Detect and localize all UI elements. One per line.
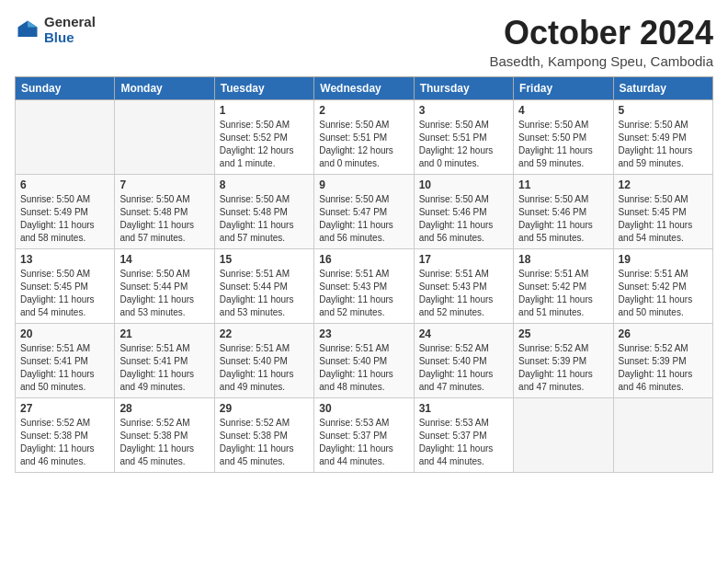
- day-number: 14: [119, 253, 209, 266]
- calendar-cell: [514, 397, 613, 472]
- calendar-cell: 7Sunrise: 5:50 AMSunset: 5:48 PMDaylight…: [115, 174, 214, 248]
- calendar-cell: 18Sunrise: 5:51 AMSunset: 5:42 PMDayligh…: [514, 248, 613, 323]
- week-row-4: 20Sunrise: 5:51 AMSunset: 5:41 PMDayligh…: [16, 323, 713, 397]
- day-detail: Sunrise: 5:52 AMSunset: 5:38 PMDaylight:…: [119, 417, 209, 468]
- day-detail: Sunrise: 5:52 AMSunset: 5:40 PMDaylight:…: [419, 342, 508, 394]
- logo-text: General Blue: [44, 15, 96, 45]
- calendar-cell: 10Sunrise: 5:50 AMSunset: 5:46 PMDayligh…: [414, 174, 513, 248]
- day-number: 10: [419, 178, 508, 191]
- day-number: 12: [619, 178, 708, 191]
- day-number: 31: [419, 402, 508, 415]
- calendar-cell: 8Sunrise: 5:50 AMSunset: 5:48 PMDaylight…: [214, 174, 313, 248]
- calendar-cell: 21Sunrise: 5:51 AMSunset: 5:41 PMDayligh…: [115, 323, 214, 397]
- day-detail: Sunrise: 5:50 AMSunset: 5:51 PMDaylight:…: [419, 119, 508, 170]
- day-number: 20: [20, 327, 109, 340]
- calendar-cell: 22Sunrise: 5:51 AMSunset: 5:40 PMDayligh…: [214, 323, 313, 397]
- day-number: 5: [619, 104, 708, 117]
- calendar-cell: 26Sunrise: 5:52 AMSunset: 5:39 PMDayligh…: [613, 323, 712, 397]
- day-detail: Sunrise: 5:51 AMSunset: 5:42 PMDaylight:…: [619, 268, 708, 319]
- day-detail: Sunrise: 5:50 AMSunset: 5:49 PMDaylight:…: [619, 119, 708, 170]
- day-detail: Sunrise: 5:51 AMSunset: 5:42 PMDaylight:…: [518, 268, 608, 319]
- col-header-friday: Friday: [514, 76, 613, 99]
- day-number: 29: [220, 402, 309, 415]
- week-row-5: 27Sunrise: 5:52 AMSunset: 5:38 PMDayligh…: [16, 397, 713, 472]
- day-detail: Sunrise: 5:51 AMSunset: 5:44 PMDaylight:…: [220, 268, 309, 319]
- day-detail: Sunrise: 5:50 AMSunset: 5:50 PMDaylight:…: [518, 119, 608, 170]
- day-number: 27: [20, 402, 109, 415]
- day-detail: Sunrise: 5:52 AMSunset: 5:39 PMDaylight:…: [619, 342, 708, 394]
- day-number: 8: [220, 178, 309, 191]
- day-detail: Sunrise: 5:52 AMSunset: 5:38 PMDaylight:…: [220, 417, 309, 468]
- day-number: 7: [119, 178, 209, 191]
- day-detail: Sunrise: 5:50 AMSunset: 5:51 PMDaylight:…: [319, 119, 408, 170]
- day-number: 25: [518, 327, 608, 340]
- calendar-cell: 23Sunrise: 5:51 AMSunset: 5:40 PMDayligh…: [314, 323, 414, 397]
- day-number: 16: [319, 253, 408, 266]
- calendar-cell: 28Sunrise: 5:52 AMSunset: 5:38 PMDayligh…: [115, 397, 214, 472]
- day-detail: Sunrise: 5:51 AMSunset: 5:40 PMDaylight:…: [319, 342, 408, 394]
- day-number: 17: [419, 253, 508, 266]
- logo-general: General: [44, 15, 96, 30]
- calendar-cell: 19Sunrise: 5:51 AMSunset: 5:42 PMDayligh…: [613, 248, 712, 323]
- calendar-cell: [115, 99, 214, 174]
- day-detail: Sunrise: 5:50 AMSunset: 5:46 PMDaylight:…: [419, 193, 508, 245]
- day-number: 28: [119, 402, 209, 415]
- day-number: 22: [220, 327, 309, 340]
- calendar-cell: 20Sunrise: 5:51 AMSunset: 5:41 PMDayligh…: [16, 323, 115, 397]
- day-detail: Sunrise: 5:52 AMSunset: 5:38 PMDaylight:…: [20, 417, 109, 468]
- logo: General Blue: [15, 15, 96, 45]
- week-row-1: 1Sunrise: 5:50 AMSunset: 5:52 PMDaylight…: [16, 99, 713, 174]
- day-number: 11: [518, 178, 608, 191]
- day-detail: Sunrise: 5:50 AMSunset: 5:47 PMDaylight:…: [319, 193, 408, 245]
- day-detail: Sunrise: 5:50 AMSunset: 5:45 PMDaylight:…: [619, 193, 708, 245]
- calendar-cell: 1Sunrise: 5:50 AMSunset: 5:52 PMDaylight…: [214, 99, 313, 174]
- day-number: 3: [419, 104, 508, 117]
- calendar-cell: 5Sunrise: 5:50 AMSunset: 5:49 PMDaylight…: [613, 99, 712, 174]
- day-detail: Sunrise: 5:53 AMSunset: 5:37 PMDaylight:…: [319, 417, 408, 468]
- calendar-cell: 24Sunrise: 5:52 AMSunset: 5:40 PMDayligh…: [414, 323, 513, 397]
- day-detail: Sunrise: 5:51 AMSunset: 5:40 PMDaylight:…: [220, 342, 309, 394]
- logo-blue: Blue: [44, 30, 96, 46]
- col-header-wednesday: Wednesday: [314, 76, 414, 99]
- day-number: 9: [319, 178, 408, 191]
- calendar-cell: 30Sunrise: 5:53 AMSunset: 5:37 PMDayligh…: [314, 397, 414, 472]
- calendar-cell: 6Sunrise: 5:50 AMSunset: 5:49 PMDaylight…: [16, 174, 115, 248]
- calendar-cell: 14Sunrise: 5:50 AMSunset: 5:44 PMDayligh…: [115, 248, 214, 323]
- calendar-cell: 16Sunrise: 5:51 AMSunset: 5:43 PMDayligh…: [314, 248, 414, 323]
- day-detail: Sunrise: 5:50 AMSunset: 5:46 PMDaylight:…: [518, 193, 608, 245]
- day-detail: Sunrise: 5:50 AMSunset: 5:49 PMDaylight:…: [20, 193, 109, 245]
- day-number: 19: [619, 253, 708, 266]
- day-detail: Sunrise: 5:50 AMSunset: 5:48 PMDaylight:…: [220, 193, 309, 245]
- calendar-cell: 13Sunrise: 5:50 AMSunset: 5:45 PMDayligh…: [16, 248, 115, 323]
- day-number: 13: [20, 253, 109, 266]
- calendar-cell: 9Sunrise: 5:50 AMSunset: 5:47 PMDaylight…: [314, 174, 414, 248]
- day-detail: Sunrise: 5:51 AMSunset: 5:41 PMDaylight:…: [119, 342, 209, 394]
- title-block: October 2024 Basedth, Kampong Speu, Camb…: [490, 15, 714, 69]
- calendar-cell: 17Sunrise: 5:51 AMSunset: 5:43 PMDayligh…: [414, 248, 513, 323]
- day-number: 23: [319, 327, 408, 340]
- col-header-saturday: Saturday: [613, 76, 712, 99]
- calendar-cell: 27Sunrise: 5:52 AMSunset: 5:38 PMDayligh…: [16, 397, 115, 472]
- location-subtitle: Basedth, Kampong Speu, Cambodia: [490, 53, 714, 69]
- page-container: General Blue October 2024 Basedth, Kampo…: [15, 15, 713, 473]
- calendar-cell: 31Sunrise: 5:53 AMSunset: 5:37 PMDayligh…: [414, 397, 513, 472]
- header-row: SundayMondayTuesdayWednesdayThursdayFrid…: [16, 76, 713, 99]
- calendar-cell: [613, 397, 712, 472]
- calendar-cell: 11Sunrise: 5:50 AMSunset: 5:46 PMDayligh…: [514, 174, 613, 248]
- day-number: 15: [220, 253, 309, 266]
- day-number: 6: [20, 178, 109, 191]
- day-number: 24: [419, 327, 508, 340]
- day-number: 4: [518, 104, 608, 117]
- week-row-3: 13Sunrise: 5:50 AMSunset: 5:45 PMDayligh…: [16, 248, 713, 323]
- calendar-table: SundayMondayTuesdayWednesdayThursdayFrid…: [15, 76, 713, 473]
- svg-marker-1: [28, 20, 38, 27]
- calendar-cell: 15Sunrise: 5:51 AMSunset: 5:44 PMDayligh…: [214, 248, 313, 323]
- day-number: 2: [319, 104, 408, 117]
- calendar-cell: 29Sunrise: 5:52 AMSunset: 5:38 PMDayligh…: [214, 397, 313, 472]
- header: General Blue October 2024 Basedth, Kampo…: [15, 15, 713, 69]
- day-detail: Sunrise: 5:50 AMSunset: 5:52 PMDaylight:…: [220, 119, 309, 170]
- day-detail: Sunrise: 5:53 AMSunset: 5:37 PMDaylight:…: [419, 417, 508, 468]
- calendar-cell: [16, 99, 115, 174]
- col-header-sunday: Sunday: [16, 76, 115, 99]
- col-header-tuesday: Tuesday: [214, 76, 313, 99]
